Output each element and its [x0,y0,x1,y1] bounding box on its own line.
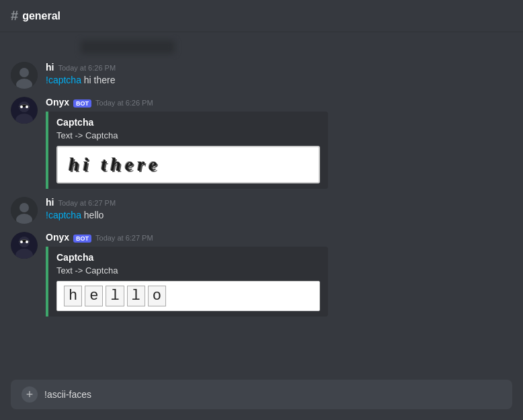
timestamp-1: Today at 6:26 PM [58,64,116,72]
embed-1: Captcha Text -> Captcha hi there [46,112,328,189]
username-1: hi [46,62,54,73]
embed-title-1: Captcha [56,117,320,128]
captcha-image-1: hi there [56,146,320,183]
blurred-message-row [0,38,523,56]
embed-2: Captcha Text -> Captcha h e l l o [46,247,328,317]
captcha-image-2: h e l l o [56,281,320,311]
avatar-onyx-2 [11,232,38,259]
timestamp-4: Today at 6:27 PM [95,234,153,242]
bot-badge-1: BOT [73,99,91,108]
message-group-4: Onyx BOT Today at 6:27 PM Captcha Text -… [0,229,523,319]
avatar-icon-onyx-2 [11,232,38,259]
message-group-3: hi Today at 6:27 PM !captcha hello [0,194,523,226]
message-text-1: !captcha hi there [46,74,512,87]
svg-point-14 [20,241,23,243]
embed-field-1: Text -> Captcha [56,130,320,140]
svg-point-9 [19,203,29,212]
message-content-3: hi Today at 6:27 PM !captcha hello [46,197,512,224]
avatar-hi-2 [11,197,38,224]
message-group-2: Onyx BOT Today at 6:26 PM Captcha Text -… [0,94,523,192]
channel-header: # general [0,0,523,32]
timestamp-3: Today at 6:27 PM [58,199,116,207]
command-arg-1: hi there [84,75,116,85]
add-button[interactable]: + [22,386,38,403]
message-content-4: Onyx BOT Today at 6:27 PM Captcha Text -… [46,232,512,317]
username-onyx-1: Onyx [46,97,69,108]
command-arg-3: hello [84,210,104,220]
embed-title-2: Captcha [56,252,320,263]
message-header-4: Onyx BOT Today at 6:27 PM [46,232,512,243]
avatar-icon-1 [11,62,38,89]
captcha-letter-l2: l [127,286,145,306]
captcha-letter-l1: l [106,286,124,306]
message-content-2: Onyx BOT Today at 6:26 PM Captcha Text -… [46,97,512,189]
messages-area: hi Today at 6:26 PM !captcha hi there On… [0,32,523,380]
command-text-1: !captcha [46,75,84,85]
captcha-letter-o: o [148,286,166,306]
captcha-text-1: hi there [69,154,161,175]
embed-field-2: Text -> Captcha [56,265,320,276]
message-header-2: Onyx BOT Today at 6:26 PM [46,97,512,108]
message-header-1: hi Today at 6:26 PM [46,62,512,73]
bot-badge-2: BOT [73,235,91,243]
message-content-1: hi Today at 6:26 PM !captcha hi there [46,62,512,89]
avatar-onyx-1 [11,97,38,124]
svg-point-15 [26,241,28,243]
svg-point-6 [20,106,23,108]
username-3: hi [46,197,54,208]
blurred-content [81,40,175,54]
svg-point-7 [26,106,28,108]
username-onyx-2: Onyx [46,232,69,243]
timestamp-2: Today at 6:26 PM [95,99,153,107]
message-header-3: hi Today at 6:27 PM [46,197,512,208]
captcha-letter-h: h [64,286,82,306]
channel-name: general [22,10,61,22]
message-text-3: !captcha hello [46,209,512,222]
message-input[interactable]: !ascii-faces [44,389,501,400]
captcha-letter-e: e [85,286,103,306]
svg-point-1 [19,68,29,77]
message-group-1: hi Today at 6:26 PM !captcha hi there [0,59,523,91]
avatar-hi-1 [11,62,38,89]
command-text-3: !captcha [46,210,84,220]
channel-hash: # [11,8,18,24]
avatar-icon-3 [11,197,38,224]
avatar-icon-onyx-1 [11,97,38,124]
input-area: + !ascii-faces [11,380,512,409]
